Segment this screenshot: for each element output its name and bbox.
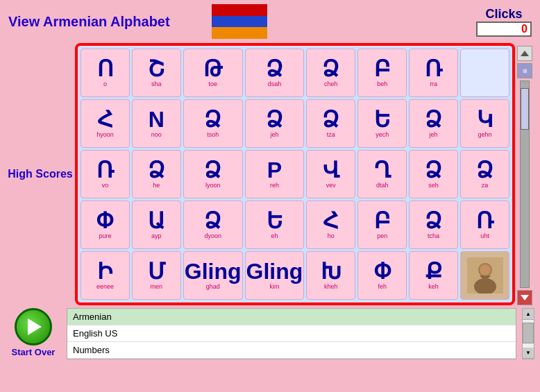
scroll-thumb[interactable]: [521, 88, 529, 130]
letter-cell[interactable]: Ե yech: [357, 99, 407, 148]
letter-label: jeh: [270, 131, 278, 139]
armenian-character: Ձ: [266, 108, 283, 130]
armenian-character: Ձ: [425, 210, 442, 232]
letter-cell[interactable]: Ա ayp: [132, 201, 181, 249]
start-over-button[interactable]: Start Over: [6, 308, 61, 359]
letter-cell[interactable]: Ձ za: [460, 150, 509, 198]
clicks-label: Clicks: [485, 7, 522, 22]
armenian-character: Շ: [148, 58, 164, 80]
dropdown-item-english[interactable]: English US: [67, 325, 516, 342]
letter-cell[interactable]: Ռ vo: [81, 150, 130, 198]
armenian-character: Ի: [97, 260, 112, 282]
letter-cell[interactable]: Խ kheh: [306, 251, 355, 300]
clicks-value: 0: [476, 22, 532, 37]
armenian-character: Հ: [97, 108, 113, 130]
letter-cell[interactable]: Փ pure: [81, 201, 130, 249]
letter-cell[interactable]: Շ sha: [132, 49, 181, 97]
letter-cell[interactable]: Ո o: [81, 49, 130, 97]
letter-label: pen: [377, 232, 387, 240]
letter-cell-empty: [460, 49, 509, 97]
letter-cell[interactable]: Ձ lyoon: [183, 150, 243, 198]
scroll-up-button[interactable]: [517, 46, 532, 61]
letter-label: noo: [151, 131, 162, 139]
letter-label: gehn: [478, 131, 492, 139]
armenian-character: Խ: [321, 260, 341, 282]
play-triangle-icon: [28, 318, 42, 335]
armenian-character: Ձ: [148, 159, 165, 181]
armenian-character: Ձ: [204, 159, 221, 181]
letter-cell[interactable]: Ձ tza: [306, 99, 355, 148]
letter-cell[interactable]: Վ vev: [306, 150, 355, 198]
letter-cell[interactable]: Մ men: [132, 251, 181, 300]
letter-cell[interactable]: Ձ he: [132, 150, 181, 198]
letter-cell[interactable]: Ձ cheh: [306, 49, 355, 97]
letter-cell[interactable]: Ν noo: [132, 99, 181, 148]
armenian-character: Ձ: [476, 159, 493, 181]
armenian-character: Մ: [148, 260, 165, 282]
letter-label: za: [482, 182, 489, 189]
portrait-cell: [460, 251, 509, 300]
letter-cell[interactable]: Ք keh: [409, 251, 458, 300]
down-arrow-icon: [521, 295, 529, 300]
letter-label: keh: [428, 283, 439, 291]
letter-label: ho: [328, 232, 335, 240]
letter-cell[interactable]: Ի eenee: [81, 251, 130, 300]
letter-label: ghad: [206, 283, 220, 291]
letter-label: hyoon: [96, 131, 114, 139]
scroll-down-button[interactable]: [517, 290, 532, 305]
letter-label: vev: [326, 182, 336, 189]
armenian-character: Ռ: [96, 159, 114, 181]
letter-cell[interactable]: Ձ dyoon: [183, 201, 243, 249]
armenian-character: Փ: [96, 210, 114, 232]
letter-cell[interactable]: Փ feh: [357, 251, 407, 300]
bottom-panel: Start Over Armenian English US Numbers ▲…: [6, 308, 534, 359]
play-icon: [15, 308, 52, 346]
letter-label: reh: [270, 182, 279, 189]
letter-cell[interactable]: Ձ jeh: [245, 99, 305, 148]
letter-label: lyoon: [205, 182, 221, 189]
grid-icon-button[interactable]: ⊞: [517, 63, 532, 78]
letter-cell[interactable]: Հ hyoon: [81, 99, 130, 148]
letter-cell[interactable]: Ձ jeh: [409, 99, 458, 148]
letter-cell[interactable]: Ռ uht: [460, 201, 509, 249]
letter-label: toe: [208, 80, 217, 88]
letter-cell[interactable]: Gling kim: [245, 251, 305, 300]
scroll-track: [520, 80, 530, 288]
letter-label: kim: [269, 283, 279, 291]
letter-cell[interactable]: Ե eh: [245, 201, 305, 249]
letter-cell[interactable]: Ձ seh: [409, 150, 458, 198]
letter-cell[interactable]: Ձ tsoh: [183, 99, 243, 148]
alphabet-container: Ո o Շ sha Թ toe Ձ dsah Ձ cheh Բ beh: [75, 43, 515, 305]
letter-label: o: [103, 80, 107, 88]
armenian-character: Վ: [323, 159, 339, 181]
letter-label: dtah: [376, 182, 389, 189]
dropdown-scroll-down-button[interactable]: ▼: [523, 348, 534, 359]
letter-label: uht: [480, 232, 489, 240]
dropdown-item-numbers[interactable]: Numbers: [67, 342, 516, 359]
letter-cell[interactable]: Հ ho: [306, 201, 355, 249]
armenian-character: Թ: [203, 58, 223, 80]
letter-cell[interactable]: Կ gehn: [460, 99, 509, 148]
letter-label: pure: [99, 232, 111, 240]
portrait-icon: [467, 257, 503, 293]
letter-cell[interactable]: Ձ tcha: [409, 201, 458, 249]
dropdown-item-armenian[interactable]: Armenian: [67, 309, 516, 325]
armenian-character: Հ: [323, 210, 339, 232]
alphabet-grid: Ո o Շ sha Թ toe Ձ dsah Ձ cheh Բ beh: [81, 49, 509, 300]
svg-point-3: [480, 264, 491, 275]
letter-label: dsah: [268, 80, 282, 88]
armenian-character: Ռ: [425, 58, 442, 80]
letter-cell[interactable]: Բ beh: [357, 49, 407, 97]
letter-cell[interactable]: Թ toe: [183, 49, 243, 97]
dropdown-scroll-thumb[interactable]: [523, 323, 534, 343]
letter-cell[interactable]: Ρ reh: [245, 150, 305, 198]
letter-cell[interactable]: Ղ dtah: [357, 150, 407, 198]
letter-cell[interactable]: Gling ghad: [183, 251, 243, 300]
armenian-character: Կ: [477, 108, 493, 130]
dropdown-scroll-up-button[interactable]: ▲: [523, 309, 534, 320]
letter-cell[interactable]: Ձ dsah: [245, 49, 305, 97]
letter-cell[interactable]: Բ pen: [357, 201, 407, 249]
letter-label: sha: [151, 80, 162, 88]
letter-cell[interactable]: Ռ rra: [409, 49, 458, 97]
flag-red-stripe: [212, 4, 267, 16]
